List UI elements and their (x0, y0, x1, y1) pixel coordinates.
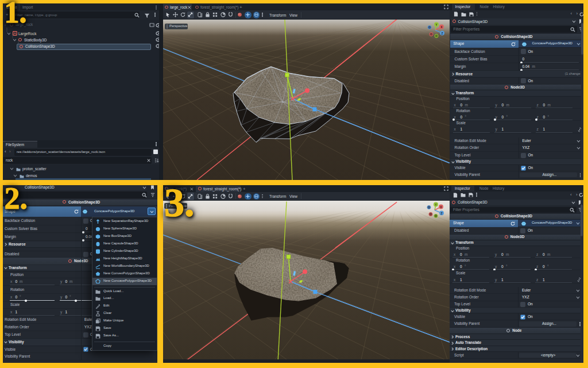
svg-text:Z: Z (441, 31, 443, 34)
svg-text:Z: Z (440, 212, 442, 215)
